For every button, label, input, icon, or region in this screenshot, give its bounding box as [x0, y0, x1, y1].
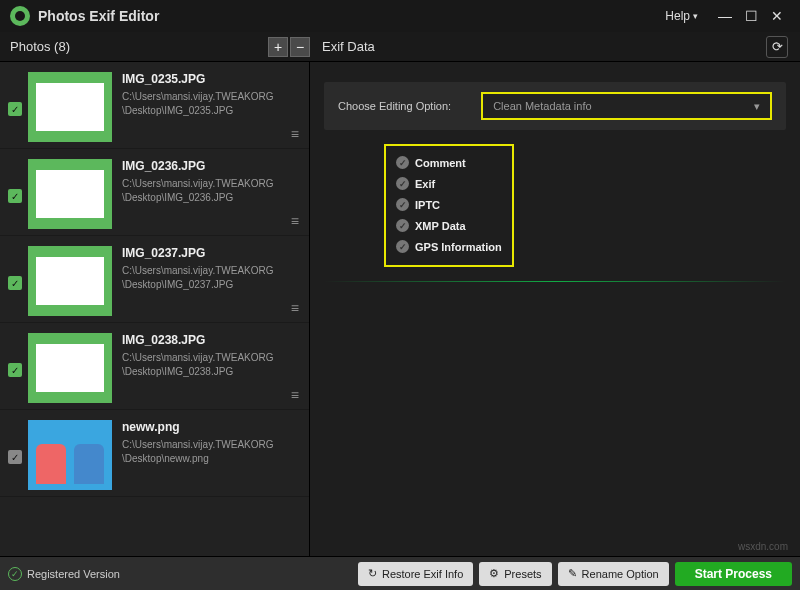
- dropdown-value: Clean Metadata info: [493, 100, 591, 112]
- title-bar: Photos Exif Editor Help ▾ — ☐ ✕: [0, 0, 800, 32]
- chevron-down-icon: ▾: [693, 11, 698, 21]
- check-icon: ✓: [396, 177, 409, 190]
- help-label: Help: [665, 9, 690, 23]
- file-name: IMG_0238.JPG: [122, 333, 301, 347]
- chevron-down-icon: ▾: [754, 100, 760, 113]
- more-icon[interactable]: ≡: [291, 126, 299, 142]
- rename-option-button[interactable]: ✎Rename Option: [558, 562, 669, 586]
- file-path: C:\Users\mansi.vijay.TWEAKORG: [122, 264, 301, 278]
- bottom-bar: ✓ Registered Version ↻Restore Exif Info …: [0, 556, 800, 590]
- check-circle-icon: ✓: [8, 567, 22, 581]
- registered-status: ✓ Registered Version: [8, 567, 352, 581]
- exif-header: Exif Data ⟳: [310, 36, 800, 58]
- check-label: GPS Information: [415, 241, 502, 253]
- list-item[interactable]: ✓ IMG_0237.JPG C:\Users\mansi.vijay.TWEA…: [0, 236, 309, 323]
- file-meta: neww.png C:\Users\mansi.vijay.TWEAKORG \…: [122, 420, 301, 466]
- watermark: wsxdn.com: [738, 541, 788, 552]
- file-path: \Desktop\IMG_0236.JPG: [122, 191, 301, 205]
- file-path: \Desktop\neww.png: [122, 452, 301, 466]
- check-xmp[interactable]: ✓XMP Data: [396, 215, 502, 236]
- btn-label: Rename Option: [582, 568, 659, 580]
- divider: [324, 281, 786, 282]
- editing-option-row: Choose Editing Option: Clean Metadata in…: [324, 82, 786, 130]
- list-item[interactable]: ✓ IMG_0238.JPG C:\Users\mansi.vijay.TWEA…: [0, 323, 309, 410]
- check-label: Comment: [415, 157, 466, 169]
- help-menu[interactable]: Help ▾: [665, 9, 698, 23]
- main: ✓ IMG_0235.JPG C:\Users\mansi.vijay.TWEA…: [0, 62, 800, 556]
- btn-label: Restore Exif Info: [382, 568, 463, 580]
- start-process-button[interactable]: Start Process: [675, 562, 792, 586]
- check-icon: ✓: [396, 219, 409, 232]
- file-meta: IMG_0236.JPG C:\Users\mansi.vijay.TWEAKO…: [122, 159, 301, 205]
- close-button[interactable]: ✕: [764, 8, 790, 24]
- photo-list[interactable]: ✓ IMG_0235.JPG C:\Users\mansi.vijay.TWEA…: [0, 62, 310, 556]
- photos-header: Photos (8) + −: [0, 37, 310, 57]
- file-name: neww.png: [122, 420, 301, 434]
- check-gps[interactable]: ✓GPS Information: [396, 236, 502, 257]
- check-icon: ✓: [396, 198, 409, 211]
- thumbnail: [28, 246, 112, 316]
- editing-option-label: Choose Editing Option:: [338, 100, 451, 112]
- editing-option-dropdown[interactable]: Clean Metadata info ▾: [481, 92, 772, 120]
- presets-button[interactable]: ⚙Presets: [479, 562, 551, 586]
- file-meta: IMG_0237.JPG C:\Users\mansi.vijay.TWEAKO…: [122, 246, 301, 292]
- list-item[interactable]: ✓ IMG_0235.JPG C:\Users\mansi.vijay.TWEA…: [0, 62, 309, 149]
- more-icon[interactable]: ≡: [291, 213, 299, 229]
- refresh-button[interactable]: ⟳: [766, 36, 788, 58]
- exif-title: Exif Data: [322, 39, 766, 54]
- gear-icon: ⚙: [489, 567, 499, 580]
- checkbox[interactable]: ✓: [8, 363, 22, 377]
- file-meta: IMG_0238.JPG C:\Users\mansi.vijay.TWEAKO…: [122, 333, 301, 379]
- file-name: IMG_0236.JPG: [122, 159, 301, 173]
- pencil-icon: ✎: [568, 567, 577, 580]
- remove-button[interactable]: −: [290, 37, 310, 57]
- thumbnail: [28, 333, 112, 403]
- check-exif[interactable]: ✓Exif: [396, 173, 502, 194]
- restore-icon: ↻: [368, 567, 377, 580]
- exif-panel: Choose Editing Option: Clean Metadata in…: [310, 62, 800, 556]
- file-path: \Desktop\IMG_0235.JPG: [122, 104, 301, 118]
- file-path: C:\Users\mansi.vijay.TWEAKORG: [122, 90, 301, 104]
- check-icon: ✓: [396, 156, 409, 169]
- list-item[interactable]: ✓ neww.png C:\Users\mansi.vijay.TWEAKORG…: [0, 410, 309, 497]
- file-path: \Desktop\IMG_0238.JPG: [122, 365, 301, 379]
- btn-label: Presets: [504, 568, 541, 580]
- header-row: Photos (8) + − Exif Data ⟳: [0, 32, 800, 62]
- metadata-checks: ✓Comment ✓Exif ✓IPTC ✓XMP Data ✓GPS Info…: [384, 144, 514, 267]
- photos-title: Photos (8): [10, 39, 266, 54]
- file-path: C:\Users\mansi.vijay.TWEAKORG: [122, 177, 301, 191]
- checkbox[interactable]: ✓: [8, 102, 22, 116]
- thumbnail: [28, 420, 112, 490]
- check-label: XMP Data: [415, 220, 466, 232]
- app-logo-icon: [10, 6, 30, 26]
- file-path: \Desktop\IMG_0237.JPG: [122, 278, 301, 292]
- more-icon[interactable]: ≡: [291, 387, 299, 403]
- check-label: IPTC: [415, 199, 440, 211]
- app-title: Photos Exif Editor: [38, 8, 665, 24]
- file-path: C:\Users\mansi.vijay.TWEAKORG: [122, 351, 301, 365]
- thumbnail: [28, 159, 112, 229]
- checkbox[interactable]: ✓: [8, 450, 22, 464]
- checkbox[interactable]: ✓: [8, 276, 22, 290]
- checkbox[interactable]: ✓: [8, 189, 22, 203]
- thumbnail: [28, 72, 112, 142]
- minimize-button[interactable]: —: [712, 8, 738, 24]
- check-label: Exif: [415, 178, 435, 190]
- check-iptc[interactable]: ✓IPTC: [396, 194, 502, 215]
- list-item[interactable]: ✓ IMG_0236.JPG C:\Users\mansi.vijay.TWEA…: [0, 149, 309, 236]
- add-button[interactable]: +: [268, 37, 288, 57]
- more-icon[interactable]: ≡: [291, 300, 299, 316]
- file-name: IMG_0237.JPG: [122, 246, 301, 260]
- registered-label: Registered Version: [27, 568, 120, 580]
- file-name: IMG_0235.JPG: [122, 72, 301, 86]
- check-comment[interactable]: ✓Comment: [396, 152, 502, 173]
- maximize-button[interactable]: ☐: [738, 8, 764, 24]
- restore-exif-button[interactable]: ↻Restore Exif Info: [358, 562, 473, 586]
- check-icon: ✓: [396, 240, 409, 253]
- file-path: C:\Users\mansi.vijay.TWEAKORG: [122, 438, 301, 452]
- file-meta: IMG_0235.JPG C:\Users\mansi.vijay.TWEAKO…: [122, 72, 301, 118]
